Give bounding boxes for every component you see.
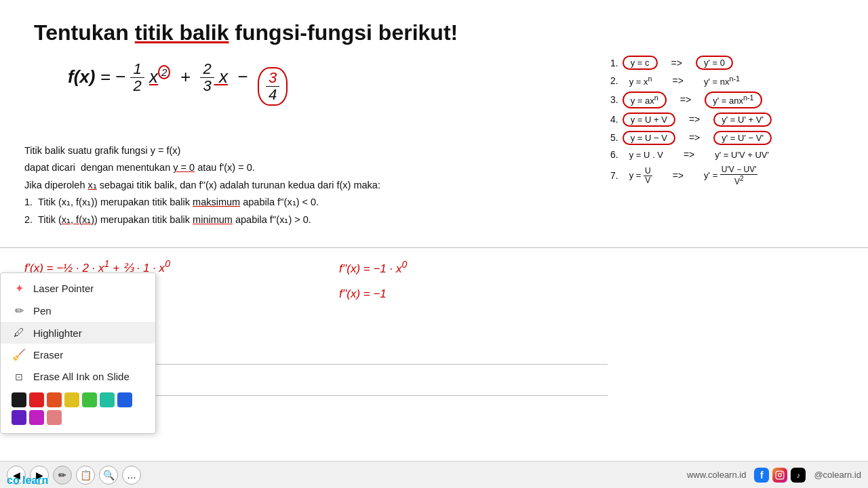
menu-item-eraser[interactable]: 🧹 Eraser — [1, 344, 155, 366]
pen-icon: ✏ — [12, 304, 26, 317]
menu-label-pen: Pen — [33, 305, 52, 317]
laser-pointer-icon: ✦ — [12, 282, 26, 295]
color-black[interactable] — [12, 392, 26, 407]
instagram-icon[interactable] — [772, 468, 787, 483]
svg-rect-0 — [776, 471, 785, 479]
tiktok-icon[interactable]: ♪ — [791, 468, 806, 483]
clipboard-button[interactable]: 📋 — [76, 466, 95, 485]
text-content: Titik balik suatu grafik fungsi y = f(x)… — [24, 142, 380, 228]
color-pink[interactable] — [47, 410, 62, 425]
social-icons: f ♪ — [754, 468, 806, 483]
more-button[interactable]: … — [122, 466, 141, 485]
colearn-logo: co learn — [7, 474, 48, 487]
svg-point-2 — [782, 472, 783, 473]
bottom-toolbar: ◀ ▶ ✏ 📋 🔍 … co learn www.colearn.id f ♪ … — [0, 461, 868, 488]
menu-label-erase-all: Erase All Ink on Slide — [33, 371, 130, 382]
color-orange[interactable] — [47, 392, 62, 407]
menu-label-laser: Laser Pointer — [33, 283, 94, 294]
website-link: www.colearn.id — [687, 470, 746, 480]
svg-point-1 — [778, 473, 782, 476]
menu-label-highlighter: Highlighter — [33, 327, 82, 339]
menu-item-highlighter[interactable]: 🖊 Highlighter — [1, 322, 155, 344]
color-magenta[interactable] — [29, 410, 44, 425]
erase-all-icon: ⊡ — [12, 371, 26, 382]
separator-line — [0, 247, 868, 248]
highlighter-icon: 🖊 — [12, 327, 26, 339]
slide-title: Tentukan titik balik fungsi-fungsi berik… — [34, 20, 458, 45]
menu-label-eraser: Eraser — [33, 349, 63, 361]
color-blue[interactable] — [117, 392, 132, 407]
rules-panel: 1. y = c => y' = 0 2. y = xn => y' = nxn… — [610, 56, 854, 191]
colearn-logo-area: co learn — [7, 474, 48, 487]
search-button[interactable]: 🔍 — [99, 466, 118, 485]
social-handle: @colearn.id — [814, 470, 861, 480]
color-green[interactable] — [82, 392, 97, 407]
color-purple[interactable] — [12, 410, 26, 425]
pen-button[interactable]: ✏ — [53, 466, 72, 485]
menu-item-laser-pointer[interactable]: ✦ Laser Pointer — [1, 277, 155, 300]
menu-item-erase-all[interactable]: ⊡ Erase All Ink on Slide — [1, 366, 155, 387]
color-palette — [1, 387, 155, 429]
footer-right: www.colearn.id f ♪ @colearn.id — [687, 468, 861, 483]
color-yellow[interactable] — [64, 392, 79, 407]
eraser-icon: 🧹 — [12, 348, 26, 361]
context-menu: ✦ Laser Pointer ✏ Pen 🖊 Highlighter 🧹 Er… — [0, 272, 156, 434]
color-red[interactable] — [29, 392, 44, 407]
slide-area: Tentukan titik balik fungsi-fungsi berik… — [0, 0, 868, 461]
menu-item-pen[interactable]: ✏ Pen — [1, 300, 155, 322]
main-formula: f(x) = − 1 2 x2 + 2 3 x − 3 4 — [68, 61, 288, 106]
handwritten-right: f''(x) = −1 · x0 f''(x) = −1 — [339, 254, 407, 306]
facebook-icon[interactable]: f — [754, 468, 769, 483]
color-teal[interactable] — [100, 392, 115, 407]
